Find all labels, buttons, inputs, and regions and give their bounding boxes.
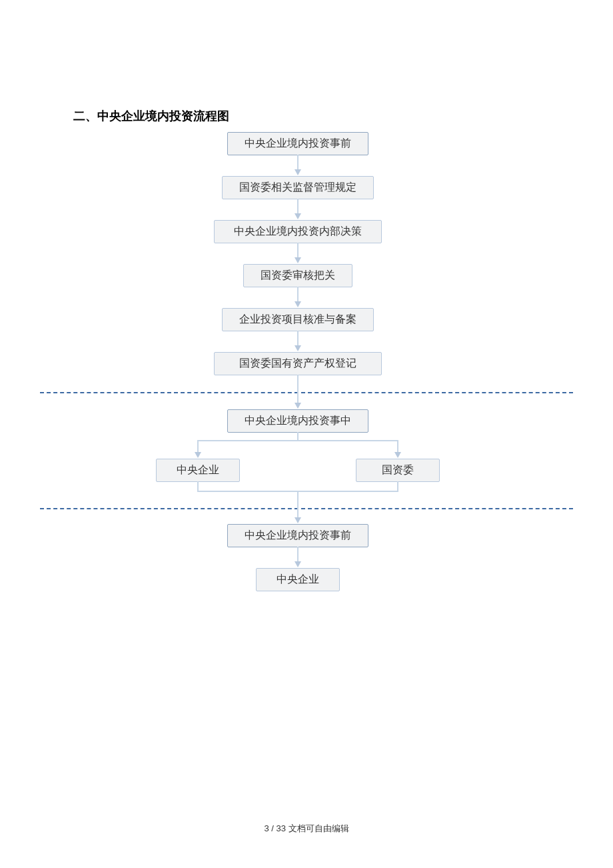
split-h bbox=[197, 440, 398, 441]
merge-right-v bbox=[397, 481, 398, 491]
arrow-4 bbox=[297, 287, 299, 301]
split-left-v bbox=[197, 440, 199, 452]
arrow-6 bbox=[297, 375, 299, 403]
page-footer: 3 / 33 文档可自由编辑 bbox=[0, 823, 613, 835]
arrow-head-6 bbox=[295, 403, 301, 409]
arrow-head-left bbox=[195, 452, 201, 458]
merge-left-v bbox=[197, 481, 199, 491]
arrow-head-4 bbox=[295, 301, 301, 307]
box-central-enterprise: 中央企业 bbox=[156, 459, 240, 482]
divider-1 bbox=[40, 392, 573, 393]
arrow-head-right bbox=[394, 452, 401, 458]
arrow-1 bbox=[297, 155, 299, 169]
arrow-head-5 bbox=[295, 345, 301, 351]
box-stage2-title: 中央企业境内投资事中 bbox=[227, 409, 368, 433]
arrow-head-8 bbox=[295, 561, 301, 567]
arrow-head-2 bbox=[295, 213, 301, 219]
page: 二、中央企业境内投资流程图 中央企业境内投资事前 国资委相关监督管理规定 中央企… bbox=[0, 0, 613, 868]
box-rule: 国资委相关监督管理规定 bbox=[222, 176, 374, 199]
section-heading: 二、中央企业境内投资流程图 bbox=[73, 108, 229, 124]
box-central-enterprise-2: 中央企业 bbox=[256, 568, 340, 591]
box-internal-decision: 中央企业境内投资内部决策 bbox=[214, 220, 382, 243]
split-right-v bbox=[397, 440, 398, 452]
box-approval: 企业投资项目核准与备案 bbox=[222, 308, 374, 331]
box-sasac: 国资委 bbox=[356, 459, 440, 482]
arrow-8 bbox=[297, 547, 299, 561]
box-stage3-title: 中央企业境内投资事前 bbox=[227, 524, 368, 547]
box-review: 国资委审核把关 bbox=[243, 264, 352, 287]
arrow-head-7 bbox=[295, 517, 301, 523]
divider-2 bbox=[40, 508, 573, 509]
arrow-3 bbox=[297, 243, 299, 257]
box-stage1-title: 中央企业境内投资事前 bbox=[227, 132, 368, 155]
split-center-v bbox=[297, 432, 299, 440]
arrow-head-3 bbox=[295, 257, 301, 263]
box-register: 国资委国有资产产权登记 bbox=[214, 352, 382, 375]
arrow-5 bbox=[297, 331, 299, 345]
arrow-7 bbox=[297, 491, 299, 517]
arrow-2 bbox=[297, 199, 299, 213]
arrow-head-1 bbox=[295, 169, 301, 175]
